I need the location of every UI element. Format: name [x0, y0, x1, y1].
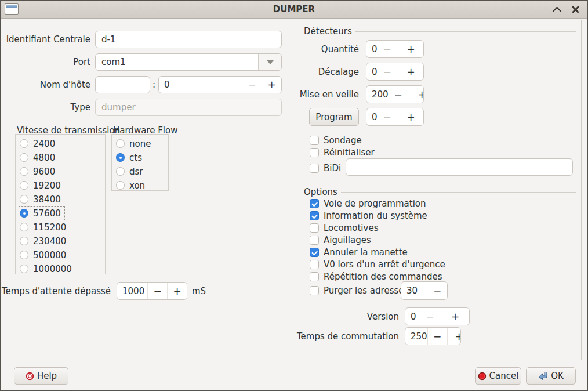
- host-port-spinner[interactable]: 0 − +: [158, 76, 282, 93]
- port-dropdown-button[interactable]: [258, 54, 281, 70]
- checkbox-icon: [310, 136, 319, 145]
- sleep-value[interactable]: 200: [366, 86, 389, 103]
- radio-baud-19200[interactable]: 19200: [20, 179, 61, 191]
- radio-baud-500000[interactable]: 500000: [20, 249, 66, 261]
- port-combobox[interactable]: com1: [95, 53, 282, 71]
- program-button[interactable]: Program: [309, 108, 359, 126]
- detectors-frame-title: Détecteurs: [303, 26, 355, 37]
- quantity-spinner[interactable]: 0 − +: [366, 40, 424, 58]
- sleep-spinner[interactable]: 200 − +: [366, 85, 424, 103]
- radio-baud-2400[interactable]: 2400: [20, 137, 55, 150]
- decrement-button[interactable]: −: [419, 308, 441, 325]
- cancel-button[interactable]: Cancel: [475, 367, 521, 385]
- checkbox-checked-icon: [310, 199, 319, 208]
- radio-flow-xon[interactable]: xon: [116, 179, 145, 191]
- central-id-input[interactable]: d-1: [95, 31, 282, 48]
- decrement-button[interactable]: −: [389, 86, 408, 103]
- checkbox-repetition-commandes[interactable]: Répétition des commandes: [310, 270, 442, 283]
- radio-label: 38400: [33, 194, 61, 205]
- quantity-value[interactable]: 0: [366, 41, 378, 57]
- purge-value[interactable]: 30: [401, 282, 427, 299]
- switch-time-value[interactable]: 250: [405, 328, 427, 345]
- radio-flow-dsr[interactable]: dsr: [116, 165, 143, 178]
- shade-button[interactable]: [548, 1, 565, 18]
- checkbox-label: Sondage: [324, 135, 362, 146]
- decrement-button[interactable]: −: [378, 41, 397, 57]
- version-value[interactable]: 0: [405, 308, 419, 325]
- checkbox-sondage[interactable]: Sondage: [310, 134, 362, 146]
- radio-baud-1000000[interactable]: 1000000: [20, 263, 72, 275]
- timeout-spinner[interactable]: 1000 − +: [117, 282, 187, 300]
- checkbox-annuler-la-manette[interactable]: Annuler la manette: [310, 246, 408, 258]
- version-spinner[interactable]: 0 − +: [405, 307, 470, 325]
- increment-button[interactable]: +: [397, 63, 424, 80]
- checkbox-aiguillages[interactable]: Aiguillages: [310, 234, 371, 246]
- radio-icon: [20, 251, 28, 259]
- window-title: DUMPER: [1, 1, 587, 18]
- host-port-value[interactable]: 0: [159, 77, 242, 93]
- type-input: dumper: [95, 99, 282, 116]
- radio-icon: [116, 139, 125, 148]
- port-value: com1: [96, 54, 258, 70]
- radio-icon: [20, 195, 28, 204]
- radio-label: dsr: [129, 166, 143, 177]
- radio-baud-38400[interactable]: 38400: [20, 193, 61, 205]
- radio-baud-9600[interactable]: 9600: [20, 165, 55, 178]
- decrement-button[interactable]: −: [242, 77, 262, 93]
- program-spinner[interactable]: 0 − +: [366, 108, 424, 126]
- checkbox-voie-de-programmation[interactable]: Voie de programmation: [310, 197, 426, 209]
- type-label: Type: [12, 99, 90, 116]
- radio-flow-cts[interactable]: cts: [116, 151, 142, 164]
- offset-spinner[interactable]: 0 − +: [366, 63, 424, 81]
- radio-baud-57600[interactable]: 57600: [20, 207, 64, 219]
- radio-label: xon: [129, 180, 145, 191]
- timeout-label: Temps d'attente dépassé: [12, 283, 111, 299]
- radio-label: 57600: [33, 208, 61, 219]
- bidi-input[interactable]: [346, 158, 573, 176]
- radio-flow-none[interactable]: none: [116, 137, 151, 150]
- checkbox-reinitialiser[interactable]: Réinitialiser: [310, 146, 375, 158]
- help-button[interactable]: Help: [14, 367, 68, 385]
- dialog-window: DUMPER Identifiant Centrale d-1 Port com…: [0, 0, 588, 391]
- switch-time-spinner[interactable]: 250 − +: [405, 327, 461, 345]
- checkbox-label: Purger les adresses: [324, 285, 408, 296]
- increment-button[interactable]: +: [408, 86, 424, 103]
- central-id-value: d-1: [101, 34, 115, 45]
- decrement-button[interactable]: −: [427, 328, 447, 345]
- increment-button[interactable]: +: [397, 41, 424, 57]
- ok-button-label: OK: [551, 371, 564, 381]
- checkbox-purger-les-adresses[interactable]: Purger les adresses: [310, 284, 408, 296]
- decrement-button[interactable]: −: [378, 63, 397, 80]
- checkbox-v0-arret-urgence[interactable]: V0 lors d'un arrêt d'urgence: [310, 258, 445, 270]
- radio-baud-4800[interactable]: 4800: [20, 151, 55, 164]
- increment-button[interactable]: +: [397, 108, 424, 125]
- cancel-stop-icon: [478, 372, 487, 381]
- checkbox-locomotives[interactable]: Locomotives: [310, 222, 378, 234]
- program-button-label: Program: [315, 112, 352, 122]
- checkbox-icon: [310, 223, 319, 233]
- decrement-button[interactable]: −: [427, 282, 447, 299]
- increment-button[interactable]: +: [167, 283, 187, 299]
- window-menu-icon[interactable]: [5, 3, 19, 15]
- purge-spinner[interactable]: 30 −: [401, 281, 448, 300]
- hostname-input[interactable]: [95, 76, 150, 93]
- program-value[interactable]: 0: [366, 108, 378, 125]
- increment-button[interactable]: +: [447, 328, 461, 345]
- decrement-button[interactable]: −: [378, 108, 397, 125]
- close-button[interactable]: [567, 1, 584, 18]
- quantity-label: Quantité: [303, 40, 359, 58]
- offset-value[interactable]: 0: [366, 63, 378, 80]
- increment-button[interactable]: +: [441, 308, 469, 325]
- checkbox-label: Locomotives: [324, 223, 378, 233]
- radio-baud-115200[interactable]: 115200: [20, 221, 66, 233]
- radio-icon: [20, 181, 28, 190]
- radio-checked-icon: [116, 153, 125, 162]
- decrement-button[interactable]: −: [147, 283, 167, 299]
- host-port-separator: :: [153, 76, 157, 93]
- ok-button[interactable]: OK: [526, 367, 576, 385]
- timeout-value[interactable]: 1000: [117, 283, 147, 299]
- checkbox-information-du-systeme[interactable]: Information du système: [310, 209, 427, 222]
- checkbox-bidi[interactable]: BiDi: [310, 162, 341, 174]
- radio-baud-230400[interactable]: 230400: [20, 235, 66, 247]
- increment-button[interactable]: +: [262, 77, 281, 93]
